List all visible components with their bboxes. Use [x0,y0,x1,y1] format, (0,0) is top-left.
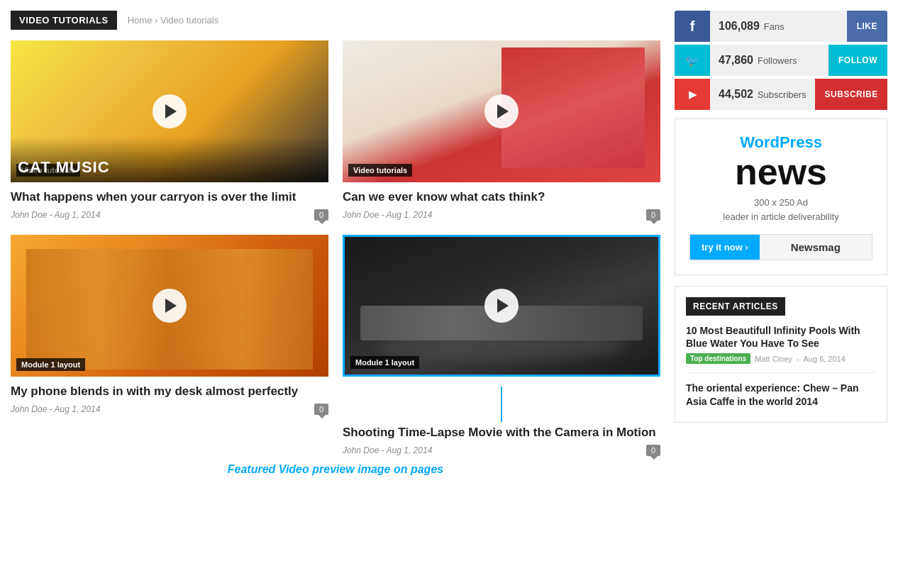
facebook-row: f 106,089 Fans LIKE [675,11,887,42]
twitter-label: Followers [758,55,797,66]
recent-item-title-2[interactable]: The oriental experience: Chew – Pan Asia… [686,382,876,407]
ad-description: 300 x 250 Ad leader in article deliverab… [689,196,872,223]
ad-cta: try it now › Newsmag [689,234,872,260]
article-card-4: Module 1 layout Shooting Time-Lapse Movi… [343,235,660,456]
article-thumb-3[interactable]: Module 1 layout [11,235,328,377]
twitter-icon: 🐦 [675,45,710,76]
ad-brand-top: WordPress [689,133,872,152]
youtube-icon: ▶ [675,79,710,110]
article-author-2: John Doe - Aug 1, 2014 [343,210,432,220]
article-title-3[interactable]: My phone blends in with my desk almost p… [11,384,328,399]
annotation-text: Featured Video preview image on pages [11,463,660,476]
youtube-count: 44,502 [719,88,753,101]
article-meta-1: John Doe - Aug 1, 2014 0 [11,209,328,221]
sidebar: f 106,089 Fans LIKE 🐦 47,860 Followers F… [675,11,887,476]
recent-item-tag-1[interactable]: Top destinations [686,353,750,364]
article-meta-4: John Doe - Aug 1, 2014 0 [343,445,660,456]
comment-count-3[interactable]: 0 [314,404,328,415]
play-button-3[interactable] [153,289,187,323]
ad-cta-button[interactable]: try it now › [690,235,760,260]
recent-item-title-1[interactable]: 10 Most Beautifull Infinity Pools With B… [686,324,876,350]
article-card-1: Video tutorials What happens when your c… [11,40,328,221]
article-title-4[interactable]: Shooting Time-Lapse Movie with the Camer… [343,425,660,440]
comment-count-1[interactable]: 0 [314,209,328,221]
comment-count-2[interactable]: 0 [646,209,660,221]
play-button-4[interactable] [484,289,519,323]
page-wrapper: VIDEO TUTORIALS Home › Video tutorials V… [0,0,898,487]
facebook-label: Fans [764,21,785,32]
article-author-3: John Doe - Aug 1, 2014 [11,404,100,414]
article-card-3: Module 1 layout My phone blends in with … [11,235,328,456]
social-box: f 106,089 Fans LIKE 🐦 47,860 Followers F… [675,11,887,113]
recent-item-separator-1: - [797,355,799,363]
recent-item-meta-1: Top destinations Matt Cloey - Aug 6, 201… [686,353,876,364]
articles-grid: Video tutorials What happens when your c… [11,40,660,456]
article-card-2: Video tutorials Can we ever know what ca… [343,40,660,221]
facebook-count-area: 106,089 Fans [710,11,847,42]
recent-articles: RECENT ARTICLES 10 Most Beautifull Infin… [675,286,887,423]
twitter-action[interactable]: FOLLOW [828,45,887,76]
video-badge-2: Video tutorials [348,164,412,177]
breadcrumb-home[interactable]: Home [128,15,153,26]
article-author-4: John Doe - Aug 1, 2014 [343,445,432,455]
twitter-count-area: 47,860 Followers [710,45,828,76]
twitter-count: 47,860 [719,54,753,67]
page-title-badge: VIDEO TUTORIALS [11,11,117,30]
article-author-1: John Doe - Aug 1, 2014 [11,210,100,220]
module-badge-3: Module 1 layout [16,358,85,371]
youtube-action[interactable]: SUBSCRIBE [815,79,887,110]
article-meta-2: John Doe - Aug 1, 2014 0 [343,209,660,221]
youtube-row: ▶ 44,502 Subscribers SUBSCRIBE [675,79,887,110]
ad-box: WordPress news 300 x 250 Ad leader in ar… [675,118,887,275]
play-button-1[interactable] [153,94,187,128]
recent-item-date-1: Aug 6, 2014 [804,355,846,363]
fashion-figure [501,48,645,168]
breadcrumb-current: Video tutorials [160,15,218,26]
article-thumb-2[interactable]: Video tutorials [343,40,660,182]
article-thumb-4[interactable]: Module 1 layout [343,235,660,377]
ad-brand-main: news [689,153,872,190]
page-header: VIDEO TUTORIALS Home › Video tutorials [11,11,660,30]
youtube-count-area: 44,502 Subscribers [710,79,815,110]
main-content: VIDEO TUTORIALS Home › Video tutorials V… [11,11,660,476]
twitter-row: 🐦 47,860 Followers FOLLOW [675,45,887,76]
comment-count-4[interactable]: 0 [646,445,660,456]
article-title-1[interactable]: What happens when your carryon is over t… [11,189,328,205]
annotation-arrow [501,387,502,422]
ad-cta-brand: Newsmag [760,241,872,253]
breadcrumb-separator: › [155,15,157,26]
youtube-label: Subscribers [758,89,806,100]
video-badge-1: Video tutorials [16,164,80,177]
recent-articles-header: RECENT ARTICLES [686,297,785,316]
facebook-icon: f [675,11,710,42]
article-meta-3: John Doe - Aug 1, 2014 0 [11,404,328,415]
article-thumb-1[interactable]: Video tutorials [11,40,328,182]
breadcrumb: Home › Video tutorials [128,15,218,26]
facebook-action[interactable]: LIKE [847,11,887,42]
facebook-count: 106,089 [719,20,760,33]
module-badge-4: Module 1 layout [350,356,419,369]
recent-item-author-1: Matt Cloey [755,355,792,363]
recent-item-1: 10 Most Beautifull Infinity Pools With B… [686,324,876,373]
article-title-2[interactable]: Can we ever know what cats think? [343,189,660,205]
recent-item-2: The oriental experience: Chew – Pan Asia… [686,382,876,407]
play-button-2[interactable] [484,94,519,128]
annotation-area: Featured Video preview image on pages [11,463,660,476]
